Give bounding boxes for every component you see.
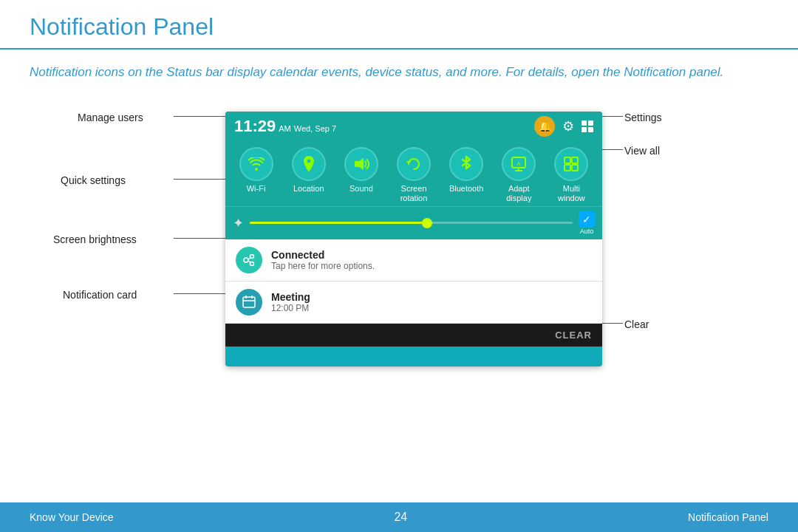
label-clear: Clear xyxy=(624,318,649,330)
brightness-row: ✦ ✓ Auto xyxy=(225,206,602,239)
qs-bluetooth-icon xyxy=(449,147,483,181)
main-content: Manage users Settings View all Quick set… xyxy=(0,89,798,533)
clear-button[interactable]: CLEAR xyxy=(555,330,592,341)
svg-marker-1 xyxy=(406,161,411,164)
svg-point-12 xyxy=(250,262,254,265)
svg-rect-6 xyxy=(565,157,570,163)
qs-bluetooth[interactable]: Bluetooth xyxy=(444,147,488,194)
notification-panel: 11:29 AM Wed, Sep 7 🔔 ⚙ xyxy=(225,112,602,366)
qs-wifi[interactable]: Wi-Fi xyxy=(234,147,279,194)
auto-label: Auto xyxy=(580,228,594,235)
qs-bluetooth-label: Bluetooth xyxy=(449,184,483,194)
svg-rect-7 xyxy=(572,157,578,163)
qs-wifi-icon xyxy=(239,147,273,181)
status-icons: 🔔 ⚙ xyxy=(534,116,593,137)
qs-sound-icon xyxy=(344,147,378,181)
qs-sound-label: Sound xyxy=(349,184,373,194)
qs-location-label: Location xyxy=(293,184,324,194)
time-area: 11:29 AM Wed, Sep 7 xyxy=(234,117,336,136)
subtitle: Notification icons on the Status bar dis… xyxy=(0,50,798,89)
brightness-fill xyxy=(250,222,427,224)
notifications-area: Connected Tap here for more options. Mee… xyxy=(225,239,602,324)
settings-icon[interactable]: ⚙ xyxy=(562,118,574,134)
time-display: 11:29 xyxy=(234,117,276,136)
page-title: Notification Panel xyxy=(0,0,798,50)
qs-adapt-display[interactable]: A Adaptdisplay xyxy=(497,147,541,203)
svg-rect-15 xyxy=(243,297,255,307)
qs-location-icon xyxy=(292,147,326,181)
svg-line-14 xyxy=(248,261,250,262)
auto-brightness: ✓ Auto xyxy=(579,211,595,235)
footer: Know Your Device 24 Notification Panel xyxy=(0,502,798,532)
svg-point-10 xyxy=(244,258,248,262)
view-all-icon[interactable] xyxy=(582,120,593,132)
qs-multi-window[interactable]: Multiwindow xyxy=(549,147,593,203)
qs-rotation-icon xyxy=(397,147,431,181)
brightness-slider[interactable] xyxy=(250,222,573,224)
qs-location[interactable]: Location xyxy=(287,147,331,194)
quick-settings-row: Wi-Fi Location Sound xyxy=(225,141,602,206)
qs-adapt-label: Adaptdisplay xyxy=(506,184,531,203)
footer-page-number: 24 xyxy=(394,511,407,524)
connected-text: Connected Tap here for more options. xyxy=(271,249,375,271)
auto-checkbox[interactable]: ✓ xyxy=(579,211,595,228)
label-quick-settings: Quick settings xyxy=(61,174,126,186)
label-notification-card: Notification card xyxy=(63,289,137,301)
svg-text:A: A xyxy=(517,160,522,167)
meeting-subtitle: 12:00 PM xyxy=(271,303,310,313)
footer-left: Know Your Device xyxy=(30,511,114,523)
label-settings: Settings xyxy=(624,112,662,123)
notif-meeting[interactable]: Meeting 12:00 PM xyxy=(225,282,602,324)
footer-right: Notification Panel xyxy=(688,511,768,523)
notification-icon: 🔔 xyxy=(534,116,555,137)
qs-multiwindow-label: Multiwindow xyxy=(558,184,585,203)
qs-multiwindow-icon xyxy=(554,147,588,181)
meeting-text: Meeting 12:00 PM xyxy=(271,291,310,313)
time-ampm: AM xyxy=(279,124,291,133)
svg-rect-8 xyxy=(565,165,570,171)
connected-title: Connected xyxy=(271,249,375,261)
svg-rect-9 xyxy=(572,165,578,171)
meeting-icon xyxy=(236,289,262,316)
notif-card-line xyxy=(174,293,227,294)
label-screen-brightness: Screen brightness xyxy=(53,233,137,245)
qs-adapt-icon: A xyxy=(502,147,536,181)
time-date: Wed, Sep 7 xyxy=(294,124,336,133)
brightness-icon: ✦ xyxy=(233,215,244,231)
qs-wifi-label: Wi-Fi xyxy=(247,184,266,194)
connected-subtitle: Tap here for more options. xyxy=(271,261,375,271)
svg-line-13 xyxy=(248,258,250,259)
label-view-all: View all xyxy=(624,145,660,157)
connected-icon xyxy=(236,247,262,273)
meeting-title: Meeting xyxy=(271,291,310,303)
screen-brightness-line xyxy=(174,238,227,239)
status-bar: 11:29 AM Wed, Sep 7 🔔 ⚙ xyxy=(225,112,602,141)
svg-point-11 xyxy=(250,254,254,258)
brightness-thumb xyxy=(422,218,432,228)
svg-marker-0 xyxy=(355,158,364,170)
label-manage-users: Manage users xyxy=(78,112,143,123)
manage-users-line-h xyxy=(174,116,229,117)
qs-rotation-label: Screenrotation xyxy=(400,184,428,203)
quick-settings-line xyxy=(174,179,227,180)
qs-sound[interactable]: Sound xyxy=(339,147,383,194)
notif-connected[interactable]: Connected Tap here for more options. xyxy=(225,239,602,282)
clear-bar: CLEAR xyxy=(225,324,602,347)
qs-rotation[interactable]: Screenrotation xyxy=(392,147,436,203)
